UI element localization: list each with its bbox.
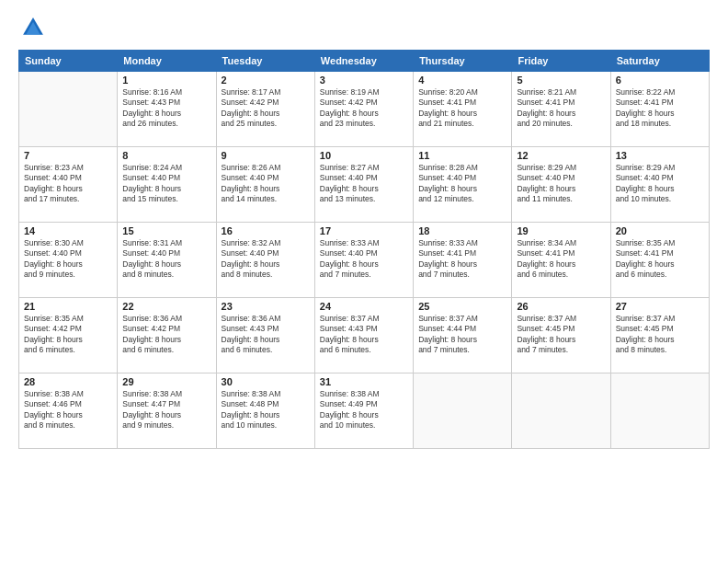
day-info: Sunrise: 8:21 AM Sunset: 4:41 PM Dayligh… <box>517 87 605 130</box>
day-info: Sunrise: 8:35 AM Sunset: 4:41 PM Dayligh… <box>616 238 704 281</box>
calendar-week-3: 14Sunrise: 8:30 AM Sunset: 4:40 PM Dayli… <box>19 223 710 298</box>
calendar-cell: 7Sunrise: 8:23 AM Sunset: 4:40 PM Daylig… <box>19 147 118 223</box>
day-number: 19 <box>517 225 605 236</box>
day-number: 3 <box>320 75 408 86</box>
day-info: Sunrise: 8:37 AM Sunset: 4:44 PM Dayligh… <box>418 314 506 356</box>
day-info: Sunrise: 8:37 AM Sunset: 4:43 PM Dayligh… <box>320 314 408 356</box>
calendar-week-1: 1Sunrise: 8:16 AM Sunset: 4:43 PM Daylig… <box>19 72 710 147</box>
calendar-cell <box>414 373 512 449</box>
header <box>18 15 710 40</box>
day-info: Sunrise: 8:29 AM Sunset: 4:40 PM Dayligh… <box>616 163 704 205</box>
day-info: Sunrise: 8:31 AM Sunset: 4:40 PM Dayligh… <box>122 238 210 281</box>
day-number: 13 <box>616 150 704 161</box>
day-info: Sunrise: 8:19 AM Sunset: 4:42 PM Dayligh… <box>320 87 408 130</box>
weekday-header-friday: Friday <box>512 51 610 72</box>
page: SundayMondayTuesdayWednesdayThursdayFrid… <box>0 0 728 563</box>
day-number: 6 <box>616 75 704 86</box>
logo-icon <box>20 15 46 40</box>
calendar-cell: 8Sunrise: 8:24 AM Sunset: 4:40 PM Daylig… <box>118 147 216 223</box>
day-info: Sunrise: 8:34 AM Sunset: 4:41 PM Dayligh… <box>517 238 605 281</box>
weekday-header-wednesday: Wednesday <box>314 51 413 72</box>
calendar-cell: 11Sunrise: 8:28 AM Sunset: 4:40 PM Dayli… <box>414 147 512 223</box>
calendar-cell: 23Sunrise: 8:36 AM Sunset: 4:43 PM Dayli… <box>216 298 314 373</box>
calendar-cell: 1Sunrise: 8:16 AM Sunset: 4:43 PM Daylig… <box>118 72 216 147</box>
day-info: Sunrise: 8:33 AM Sunset: 4:41 PM Dayligh… <box>418 238 506 281</box>
day-number: 7 <box>24 150 112 161</box>
day-number: 12 <box>517 150 605 161</box>
weekday-header-monday: Monday <box>118 51 216 72</box>
calendar-cell <box>512 373 610 449</box>
calendar-table: SundayMondayTuesdayWednesdayThursdayFrid… <box>18 50 710 449</box>
calendar-cell <box>19 72 118 147</box>
calendar-cell: 31Sunrise: 8:38 AM Sunset: 4:49 PM Dayli… <box>314 373 413 449</box>
calendar-cell: 9Sunrise: 8:26 AM Sunset: 4:40 PM Daylig… <box>216 147 314 223</box>
calendar-cell: 14Sunrise: 8:30 AM Sunset: 4:40 PM Dayli… <box>19 223 118 298</box>
day-info: Sunrise: 8:35 AM Sunset: 4:42 PM Dayligh… <box>24 314 112 356</box>
day-info: Sunrise: 8:26 AM Sunset: 4:40 PM Dayligh… <box>222 163 310 205</box>
day-info: Sunrise: 8:24 AM Sunset: 4:40 PM Dayligh… <box>122 163 210 205</box>
day-info: Sunrise: 8:28 AM Sunset: 4:40 PM Dayligh… <box>418 163 506 205</box>
day-info: Sunrise: 8:38 AM Sunset: 4:49 PM Dayligh… <box>320 389 408 431</box>
calendar-cell: 25Sunrise: 8:37 AM Sunset: 4:44 PM Dayli… <box>414 298 512 373</box>
day-number: 16 <box>222 225 310 236</box>
day-number: 25 <box>418 301 506 312</box>
day-number: 22 <box>122 301 210 312</box>
day-info: Sunrise: 8:27 AM Sunset: 4:40 PM Dayligh… <box>320 163 408 205</box>
day-info: Sunrise: 8:37 AM Sunset: 4:45 PM Dayligh… <box>517 314 605 356</box>
calendar-cell: 19Sunrise: 8:34 AM Sunset: 4:41 PM Dayli… <box>512 223 610 298</box>
calendar-cell: 3Sunrise: 8:19 AM Sunset: 4:42 PM Daylig… <box>314 72 413 147</box>
calendar-cell: 30Sunrise: 8:38 AM Sunset: 4:48 PM Dayli… <box>216 373 314 449</box>
calendar-cell: 2Sunrise: 8:17 AM Sunset: 4:42 PM Daylig… <box>216 72 314 147</box>
day-number: 10 <box>320 150 408 161</box>
day-info: Sunrise: 8:16 AM Sunset: 4:43 PM Dayligh… <box>122 87 210 130</box>
day-number: 5 <box>517 75 605 86</box>
day-number: 20 <box>616 225 704 236</box>
day-info: Sunrise: 8:33 AM Sunset: 4:40 PM Dayligh… <box>320 238 408 281</box>
calendar-cell <box>610 373 709 449</box>
day-info: Sunrise: 8:32 AM Sunset: 4:40 PM Dayligh… <box>222 238 310 281</box>
calendar-cell: 13Sunrise: 8:29 AM Sunset: 4:40 PM Dayli… <box>610 147 709 223</box>
day-number: 18 <box>418 225 506 236</box>
day-info: Sunrise: 8:29 AM Sunset: 4:40 PM Dayligh… <box>517 163 605 205</box>
logo <box>18 15 46 40</box>
day-number: 24 <box>320 301 408 312</box>
day-number: 23 <box>222 301 310 312</box>
day-info: Sunrise: 8:38 AM Sunset: 4:48 PM Dayligh… <box>222 389 310 431</box>
calendar-week-4: 21Sunrise: 8:35 AM Sunset: 4:42 PM Dayli… <box>19 298 710 373</box>
calendar-cell: 28Sunrise: 8:38 AM Sunset: 4:46 PM Dayli… <box>19 373 118 449</box>
day-number: 26 <box>517 301 605 312</box>
day-info: Sunrise: 8:30 AM Sunset: 4:40 PM Dayligh… <box>24 238 112 281</box>
calendar-cell: 26Sunrise: 8:37 AM Sunset: 4:45 PM Dayli… <box>512 298 610 373</box>
calendar-week-2: 7Sunrise: 8:23 AM Sunset: 4:40 PM Daylig… <box>19 147 710 223</box>
calendar-week-5: 28Sunrise: 8:38 AM Sunset: 4:46 PM Dayli… <box>19 373 710 449</box>
day-info: Sunrise: 8:38 AM Sunset: 4:47 PM Dayligh… <box>122 389 210 431</box>
day-number: 15 <box>122 225 210 236</box>
calendar-cell: 27Sunrise: 8:37 AM Sunset: 4:45 PM Dayli… <box>610 298 709 373</box>
calendar-cell: 22Sunrise: 8:36 AM Sunset: 4:42 PM Dayli… <box>118 298 216 373</box>
day-info: Sunrise: 8:36 AM Sunset: 4:42 PM Dayligh… <box>122 314 210 356</box>
calendar-cell: 16Sunrise: 8:32 AM Sunset: 4:40 PM Dayli… <box>216 223 314 298</box>
day-number: 9 <box>222 150 310 161</box>
day-info: Sunrise: 8:36 AM Sunset: 4:43 PM Dayligh… <box>222 314 310 356</box>
calendar-cell: 24Sunrise: 8:37 AM Sunset: 4:43 PM Dayli… <box>314 298 413 373</box>
calendar-cell: 18Sunrise: 8:33 AM Sunset: 4:41 PM Dayli… <box>414 223 512 298</box>
day-number: 27 <box>616 301 704 312</box>
calendar-cell: 29Sunrise: 8:38 AM Sunset: 4:47 PM Dayli… <box>118 373 216 449</box>
day-info: Sunrise: 8:37 AM Sunset: 4:45 PM Dayligh… <box>616 314 704 356</box>
calendar-cell: 5Sunrise: 8:21 AM Sunset: 4:41 PM Daylig… <box>512 72 610 147</box>
calendar-cell: 12Sunrise: 8:29 AM Sunset: 4:40 PM Dayli… <box>512 147 610 223</box>
day-info: Sunrise: 8:23 AM Sunset: 4:40 PM Dayligh… <box>24 163 112 205</box>
day-number: 29 <box>122 376 210 387</box>
day-number: 14 <box>24 225 112 236</box>
calendar-cell: 21Sunrise: 8:35 AM Sunset: 4:42 PM Dayli… <box>19 298 118 373</box>
day-number: 31 <box>320 376 408 387</box>
day-number: 17 <box>320 225 408 236</box>
calendar-cell: 15Sunrise: 8:31 AM Sunset: 4:40 PM Dayli… <box>118 223 216 298</box>
weekday-header-row: SundayMondayTuesdayWednesdayThursdayFrid… <box>19 51 710 72</box>
calendar-cell: 4Sunrise: 8:20 AM Sunset: 4:41 PM Daylig… <box>414 72 512 147</box>
day-number: 28 <box>24 376 112 387</box>
calendar-cell: 10Sunrise: 8:27 AM Sunset: 4:40 PM Dayli… <box>314 147 413 223</box>
day-number: 11 <box>418 150 506 161</box>
day-number: 30 <box>222 376 310 387</box>
calendar-cell: 20Sunrise: 8:35 AM Sunset: 4:41 PM Dayli… <box>610 223 709 298</box>
